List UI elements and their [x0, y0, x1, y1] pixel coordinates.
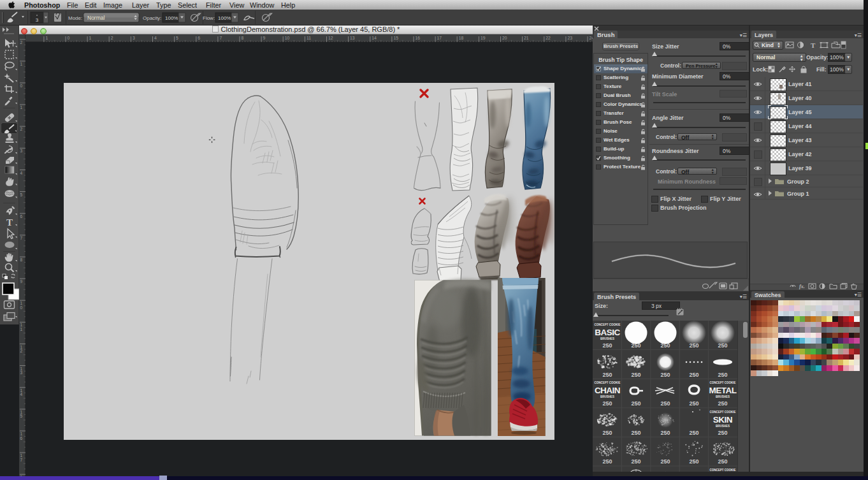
svg-text:fx.: fx. — [799, 284, 805, 289]
svg-text:2: 2 — [20, 127, 23, 131]
svg-text:CONCEPT COOKIE: CONCEPT COOKIE — [709, 381, 735, 384]
svg-text:250: 250 — [602, 372, 612, 378]
svg-text:23: 23 — [567, 36, 572, 40]
svg-text:CONCEPT COOKIE: CONCEPT COOKIE — [594, 323, 620, 326]
svg-text:2: 2 — [20, 40, 23, 45]
svg-text:22: 22 — [546, 36, 551, 40]
svg-text:1: 1 — [20, 62, 23, 66]
svg-text:12: 12 — [328, 36, 333, 40]
svg-text:6: 6 — [20, 436, 23, 440]
svg-text:BRUSHES: BRUSHES — [600, 337, 614, 340]
svg-text:250: 250 — [660, 342, 670, 349]
svg-text:1: 1 — [45, 36, 48, 40]
svg-text:4: 4 — [20, 171, 23, 175]
svg-text:SKIN: SKIN — [713, 415, 732, 425]
svg-text:3: 3 — [36, 17, 39, 23]
svg-text:2: 2 — [20, 349, 23, 353]
svg-text:BRUSHES: BRUSHES — [716, 395, 730, 398]
svg-text:CHAIN: CHAIN — [595, 386, 620, 395]
svg-text:250: 250 — [631, 400, 640, 407]
svg-text:19: 19 — [481, 36, 486, 40]
svg-text:250: 250 — [689, 430, 698, 436]
svg-text:250: 250 — [689, 400, 698, 407]
svg-text:250: 250 — [660, 458, 670, 465]
svg-text:7: 7 — [20, 236, 23, 240]
svg-text:CONCEPT COOKIE: CONCEPT COOKIE — [594, 381, 620, 384]
svg-text:6: 6 — [20, 214, 23, 219]
svg-text:2: 2 — [111, 36, 113, 40]
svg-text:250: 250 — [660, 400, 670, 407]
svg-text:3: 3 — [20, 370, 23, 375]
svg-text:17: 17 — [437, 36, 442, 40]
svg-text:250: 250 — [718, 372, 727, 378]
svg-text:5: 5 — [176, 36, 178, 40]
svg-text:250: 250 — [602, 430, 612, 436]
svg-text:1: 1 — [89, 36, 92, 40]
svg-text:Mode:: Mode: — [68, 15, 82, 21]
svg-text:7: 7 — [20, 458, 23, 462]
svg-text:9: 9 — [263, 36, 266, 40]
svg-text:BRUSHES: BRUSHES — [600, 395, 614, 398]
svg-text:250: 250 — [631, 342, 640, 349]
svg-text:9: 9 — [20, 279, 23, 284]
svg-text:16: 16 — [416, 36, 421, 40]
svg-text:250: 250 — [689, 342, 698, 349]
svg-text:CONCEPT COOKIE: CONCEPT COOKIE — [709, 411, 735, 414]
svg-text:15: 15 — [393, 36, 398, 40]
svg-text:250: 250 — [660, 372, 670, 378]
svg-text:BRUSHES: BRUSHES — [716, 425, 730, 428]
svg-text:11: 11 — [307, 36, 311, 40]
svg-text:14: 14 — [372, 36, 377, 40]
svg-text:20: 20 — [502, 36, 507, 40]
svg-text:1: 1 — [20, 327, 23, 331]
svg-text:250: 250 — [718, 430, 727, 436]
svg-text:250: 250 — [631, 372, 640, 378]
svg-text:21: 21 — [524, 36, 529, 40]
svg-text:250: 250 — [660, 430, 670, 436]
svg-text:Flow:: Flow: — [203, 15, 215, 21]
svg-text:0: 0 — [20, 84, 23, 88]
svg-text:T: T — [6, 217, 13, 228]
svg-text:7: 7 — [219, 36, 222, 40]
svg-text:100%: 100% — [165, 15, 178, 21]
svg-text:250: 250 — [718, 400, 727, 407]
svg-text:250: 250 — [718, 458, 727, 465]
svg-text:BASIC: BASIC — [595, 328, 620, 337]
svg-text:250: 250 — [602, 342, 612, 349]
svg-text:0: 0 — [68, 36, 70, 40]
svg-text:METAL: METAL — [709, 386, 737, 395]
svg-text:T: T — [811, 41, 816, 49]
svg-text:5: 5 — [20, 414, 23, 418]
svg-text:6: 6 — [198, 36, 200, 40]
svg-text:18: 18 — [459, 36, 464, 40]
svg-text:0: 0 — [20, 305, 23, 310]
svg-text:250: 250 — [631, 430, 640, 436]
svg-text:250: 250 — [631, 458, 640, 465]
svg-text:3: 3 — [133, 36, 135, 40]
svg-text:4: 4 — [20, 392, 23, 396]
svg-text:250: 250 — [689, 458, 698, 465]
svg-text:Opacity:: Opacity: — [143, 15, 161, 21]
svg-text:10: 10 — [285, 36, 290, 40]
svg-text:Normal: Normal — [87, 15, 105, 21]
svg-text:3: 3 — [20, 149, 23, 153]
svg-text:8: 8 — [242, 36, 244, 40]
svg-text:250: 250 — [718, 342, 727, 349]
svg-text:1: 1 — [20, 105, 23, 110]
svg-text:CONCEPT COOKIE: CONCEPT COOKIE — [709, 469, 735, 472]
svg-text:13: 13 — [350, 36, 355, 40]
svg-text:250: 250 — [602, 400, 612, 407]
svg-text:5: 5 — [20, 193, 23, 197]
svg-text:100%: 100% — [218, 15, 231, 21]
svg-text:250: 250 — [602, 458, 612, 465]
svg-text:4: 4 — [154, 36, 157, 40]
svg-text:8: 8 — [20, 258, 23, 262]
svg-text:250: 250 — [689, 372, 698, 378]
